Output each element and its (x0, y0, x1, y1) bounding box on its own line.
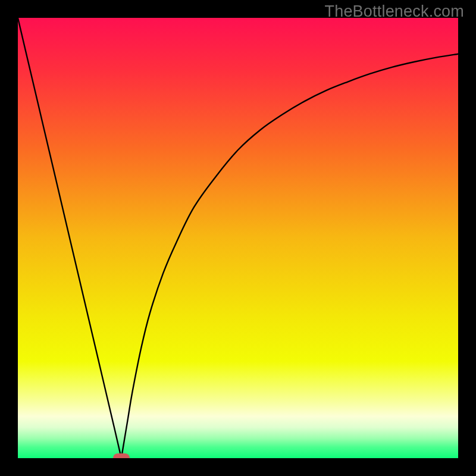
bottleneck-curve (18, 18, 458, 458)
curve-layer (18, 18, 458, 458)
chart-frame: TheBottleneck.com (0, 0, 476, 476)
plot-area (18, 18, 458, 458)
minimum-marker (113, 453, 130, 458)
